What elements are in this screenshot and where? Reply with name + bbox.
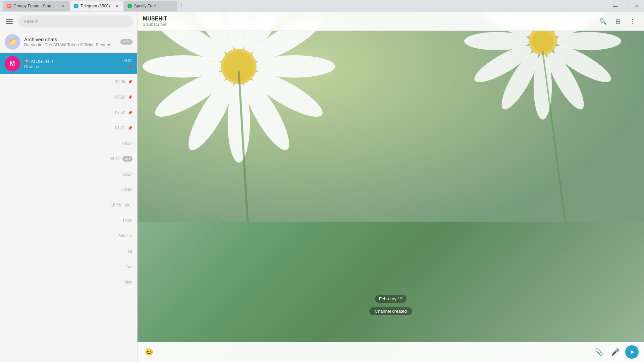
chat-header-actions: 🔍 ⊞ ⋮ [597, 15, 639, 27]
chat-messages: February 19 Channel created [138, 31, 644, 342]
tab-title-telegram: Telegram (1500) [80, 4, 112, 8]
time-item-7[interactable]: 06:27 [0, 167, 137, 182]
archived-badge: 1059 [120, 39, 132, 45]
chat-info-musehit: 📢 MUSEHIT Draft: ss [24, 58, 118, 69]
menu-button[interactable] [4, 16, 15, 27]
tab-close-telegram[interactable]: ✕ [114, 3, 119, 9]
tab-groupy[interactable]: G Groupy Forum - Stardoc... ✕ [3, 1, 70, 11]
close-window-button[interactable]: ✕ [632, 1, 641, 11]
tab-bar: G Groupy Forum - Stardoc... ✕ ✈ Telegram… [0, 0, 644, 12]
channel-created-message: Channel created [369, 307, 412, 315]
chat-item-musehit[interactable]: M 📢 MUSEHIT Draft: ss 09:02 📌 [0, 53, 137, 74]
chat-preview: Draft: ss [24, 64, 118, 69]
chat-time: 09:02 [122, 58, 132, 63]
search-button[interactable]: 🔍 [597, 15, 609, 27]
date-badge: February 19 [375, 295, 407, 303]
archived-chats-item[interactable]: 📁 Archived chats Burstcoin, The ARAW Tok… [0, 31, 137, 53]
chat-header: MUSEHIT 1 subscriber 🔍 ⊞ ⋮ [138, 12, 644, 31]
time-text: 06:26 [115, 95, 125, 100]
more-options-button[interactable]: ⋮ [627, 15, 639, 27]
chat-list: 📁 Archived chats Burstcoin, The ARAW Tok… [0, 31, 137, 362]
send-button[interactable]: ➤ [625, 345, 639, 359]
browser-chrome: G Groupy Forum - Stardoc... ✕ ✈ Telegram… [0, 0, 644, 12]
tab-title-groupy: Groupy Forum - Stardoc... [13, 4, 58, 8]
minimize-button[interactable]: — [610, 1, 620, 11]
message-times-list: 20:05 📌 06:26 📌 07:52 📌 01:21 📌 08:37 [0, 74, 137, 290]
pin-icon-2: 📌 [128, 95, 132, 100]
maximize-button[interactable]: ⛶ [621, 1, 631, 11]
search-input[interactable] [18, 15, 133, 27]
tab-title-spotify: Spotify Free [134, 4, 173, 8]
archived-subtitle: Burstcoin, The ARAW Token Official, Elev… [24, 42, 116, 47]
view-toggle-button[interactable]: ⊞ [612, 15, 624, 27]
tab-spotify[interactable]: ♪ Spotify Free [123, 1, 177, 11]
time-item-14[interactable]: Mon [0, 275, 137, 290]
emoji-button[interactable]: 😊 [143, 346, 155, 358]
archived-title: Archived chats [24, 37, 116, 42]
chat-name: MUSEHIT [31, 58, 54, 64]
chat-input-bar: 😊 📎 🎤 ➤ [138, 342, 644, 362]
attach-button[interactable]: 📎 [593, 346, 605, 358]
unread-badge-441: 441 [122, 156, 132, 162]
time-text: Tue [126, 249, 132, 254]
chat-header-subtitle: 1 subscriber [143, 22, 597, 27]
chat-panel: MUSEHIT 1 subscriber 🔍 ⊞ ⋮ February 19 C… [138, 12, 644, 362]
time-text: Wed [119, 234, 127, 238]
time-item-2[interactable]: 06:26 📌 [0, 89, 137, 105]
pin-icon-1: 📌 [128, 80, 132, 84]
pin-icon-3: 📌 [128, 111, 132, 115]
chat-header-info: MUSEHIT 1 subscriber [143, 16, 597, 27]
time-item-6[interactable]: 08:18 441 [0, 151, 137, 167]
messages-bottom: February 19 Channel created [138, 295, 644, 315]
time-text: Tue [126, 264, 132, 269]
chat-meta: 09:02 📌 [122, 58, 132, 69]
time-text: 20:05 [115, 79, 125, 84]
tab-close-groupy[interactable]: ✕ [60, 3, 66, 9]
time-item-8[interactable]: 00:55 [0, 182, 137, 197]
tab-menu-button[interactable]: ⋮ [177, 2, 185, 10]
tab-telegram[interactable]: ✈ Telegram (1500) ✕ [70, 1, 123, 11]
sidebar-header [0, 12, 137, 31]
time-text: 08:18 [110, 157, 120, 161]
time-text: 00:55 [122, 187, 132, 192]
favicon-groupy: G [7, 4, 11, 8]
chat-header-name: MUSEHIT [143, 16, 597, 22]
favicon-spotify: ♪ [127, 4, 132, 8]
channel-icon: 📢 [24, 59, 29, 64]
time-text: 01:21 [115, 126, 125, 130]
time-item-5[interactable]: 08:37 [0, 136, 137, 151]
time-item-4[interactable]: 01:21 📌 [0, 120, 137, 136]
avatar-musehit: M [5, 56, 20, 71]
time-item-10[interactable]: 14:26 [0, 213, 137, 228]
extra-text: a [130, 234, 132, 238]
archived-icon: 📁 [5, 34, 20, 50]
time-text: 14:26 [122, 218, 132, 223]
chat-name-row: 📢 MUSEHIT [24, 58, 118, 64]
pin-icon-4: 📌 [128, 126, 132, 130]
microphone-button[interactable]: 🎤 [609, 346, 621, 358]
time-text: 07:52 [115, 110, 125, 115]
time-item-3[interactable]: 07:52 📌 [0, 105, 137, 120]
time-text: 08:37 [122, 141, 132, 146]
message-input[interactable] [159, 345, 589, 359]
time-item-12[interactable]: Tue [0, 244, 137, 259]
extra-text: uth... [123, 203, 132, 207]
time-item-9[interactable]: 16:56 uth... [0, 197, 137, 213]
window-controls: — ⛶ ✕ [610, 1, 641, 11]
time-text: 16:56 [111, 203, 121, 207]
time-text: 06:27 [122, 172, 132, 177]
favicon-telegram: ✈ [74, 4, 78, 8]
time-text: Mon [125, 280, 132, 285]
app-container: 📁 Archived chats Burstcoin, The ARAW Tok… [0, 12, 644, 362]
sidebar: 📁 Archived chats Burstcoin, The ARAW Tok… [0, 12, 138, 362]
time-item-13[interactable]: Tue [0, 259, 137, 275]
pin-icon: 📌 [127, 64, 132, 69]
archived-info: Archived chats Burstcoin, The ARAW Token… [24, 37, 116, 47]
time-item-11[interactable]: Wed a [0, 228, 137, 244]
time-item-1[interactable]: 20:05 📌 [0, 74, 137, 89]
